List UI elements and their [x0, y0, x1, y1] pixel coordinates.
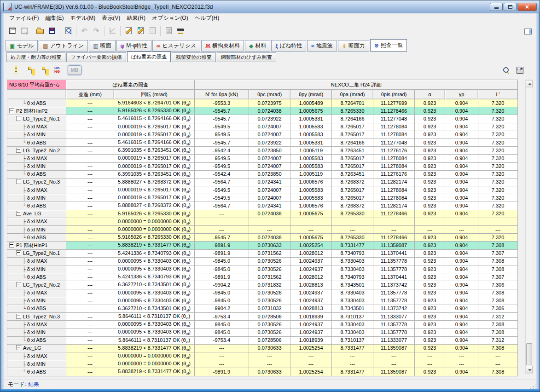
tab-material[interactable]: ◆材料 [245, 40, 270, 52]
print-preview-button[interactable] [62, 25, 74, 37]
add-model-button[interactable] [18, 25, 30, 37]
minimize-button[interactable] [490, 3, 503, 11]
tree-cell: ├δ xl MAX [7, 352, 66, 360]
spring-check-row[interactable]: ├δ xl MAX---0.0000000 = 0.0000000 OK (θx… [7, 218, 518, 225]
menu-option[interactable]: オプション(O) [149, 13, 192, 23]
list-view-button[interactable] [10, 64, 22, 76]
scroll-down-button[interactable] [526, 366, 533, 373]
menu-model[interactable]: モデル(M) [67, 13, 99, 23]
spring-check-row[interactable]: └θ xl ABS---5.8838219 < 8.7331477 OK (θx… [7, 368, 518, 376]
spring-check-row[interactable]: └θ xl ABS---5.9164603 < 8.7264701 OK (θx… [7, 99, 518, 107]
value-cell: 11.1277699 [373, 99, 415, 107]
expand-box-icon[interactable] [16, 116, 21, 121]
spring-check-row[interactable]: └θ xl ABS---5.8646111 < 8.7310137 OK (θx… [7, 336, 518, 344]
mb-toggle-button[interactable]: MB [68, 65, 81, 75]
tab-seismic-wave[interactable]: ≈地震波 [307, 40, 337, 52]
tab-section-force[interactable]: ⇓断面力 [338, 40, 369, 52]
menu-file[interactable]: ファイル(F) [6, 13, 42, 23]
scrollbar-thumb[interactable] [526, 343, 532, 365]
save-file-button[interactable] [46, 25, 58, 37]
edit-report-button[interactable] [134, 25, 146, 37]
scroll-up-button[interactable] [526, 80, 533, 87]
expand-box-icon[interactable] [16, 211, 21, 216]
spring-check-row[interactable]: └θ xl ABS---6.3991035 < 8.7263451 OK (θx… [7, 170, 518, 178]
vertical-scrollbar[interactable] [525, 80, 533, 374]
expand-box-icon[interactable] [9, 108, 14, 113]
close-button[interactable] [517, 3, 537, 11]
expand-tree-button[interactable] [37, 64, 49, 76]
spring-check-row[interactable]: ├δ xl MIN---0.0000000 = 0.0000000 OK (θx… [7, 226, 518, 234]
menu-edit[interactable]: 編集(E) [42, 13, 67, 23]
open-file-button[interactable] [34, 25, 46, 37]
edit-input-button[interactable] [122, 25, 134, 37]
spring-check-row[interactable]: ├δ xl MIN---0.0000095 < 8.7330403 OK (θx… [7, 329, 518, 336]
spring-check-row[interactable]: LG_Type2_No.1---5.4241336 < 8.7340793 OK… [7, 249, 518, 257]
spring-check-row[interactable]: ├δ xl MIN---0.0000000 = 0.0000000 OK (θx… [7, 360, 518, 368]
spring-check-row[interactable]: └θ xl ABS---5.4616015 < 8.7264166 OK (θx… [7, 138, 518, 146]
subtab-fiber-element-damage[interactable]: ファイバー要素の損傷 [66, 52, 126, 62]
tab-hysteresis[interactable]: ∞ヒステリシス [152, 40, 200, 52]
spring-check-row[interactable]: ├δ xl MAX---0.0000019 < 8.7265017 OK (θx… [7, 186, 518, 194]
subtab-spring-element-check[interactable]: ばね要素の照査 [127, 52, 171, 62]
ok-ng-filter-button[interactable]: OKNG [51, 64, 63, 76]
maximize-button[interactable] [504, 3, 517, 11]
spring-check-row[interactable]: ├δ xl MIN---0.0000019 < 8.7265017 OK (θx… [7, 194, 518, 202]
subtab-residual-displacement-check[interactable]: 残留変位の照査 [172, 52, 215, 62]
expand-box-icon[interactable] [16, 314, 21, 319]
undo-button[interactable]: ↶ [78, 25, 90, 37]
subtab-stress-capacity-check[interactable]: 応力度・耐力等の照査 [6, 52, 65, 62]
spring-check-row[interactable]: LG_Type2_No.2---6.3627210 < 8.7343501 OK… [7, 281, 518, 289]
spring-check-row[interactable]: └θ xl ABS---5.9165026 < 8.7265330 OK (θx… [7, 234, 518, 242]
load-function-button[interactable] [106, 25, 118, 37]
spring-check-row[interactable]: LG_Type2_No.3---5.8888027 < 8.7268372 OK… [7, 178, 518, 186]
value-cell: 0.0000095 < 8.7330403 OK (θxl) [114, 265, 195, 273]
expand-box-icon[interactable] [9, 242, 14, 248]
resize-grip[interactable] [529, 383, 535, 389]
collapse-tree-button[interactable] [23, 64, 35, 76]
spring-check-row[interactable]: ├δ xl MAX---0.0000095 < 8.7330403 OK (θx… [7, 321, 518, 329]
subtab-steel-strain-check[interactable]: 鋼製部材のひずみ照査 [217, 52, 276, 62]
expand-box-icon[interactable] [16, 250, 21, 255]
report-button[interactable] [146, 25, 158, 37]
tab-m-phi[interactable]: φM-φ特性 [116, 40, 151, 52]
menu-view[interactable]: 表示(V) [99, 13, 123, 23]
spring-check-row[interactable]: ├δ xl MAX---0.0000000 = 0.0000000 OK (θx… [7, 352, 518, 360]
expand-box-icon[interactable] [16, 345, 21, 350]
dock-panel-button[interactable] [522, 25, 534, 37]
expand-box-icon[interactable] [16, 179, 21, 184]
tab-spring-property[interactable]: ξばね特性 [271, 40, 306, 52]
menu-result[interactable]: 結果(R) [123, 13, 149, 23]
spring-check-row[interactable]: ├δ xl MAX---0.0000095 < 8.7330403 OK (θx… [7, 289, 518, 297]
export-report-button[interactable] [514, 64, 526, 76]
tab-model[interactable]: ▣モデル [6, 40, 38, 52]
run-analysis-button[interactable] [174, 25, 186, 37]
spring-check-row[interactable]: └θ xl ABS---5.4241336 < 8.7340793 OK (θx… [7, 273, 518, 281]
spring-check-row[interactable]: Ave_LG---5.9165026 < 8.7265330 OK (θxl)-… [7, 210, 518, 218]
tab-lateral-confinement[interactable]: Ж横拘束材料 [201, 40, 244, 52]
spring-check-row[interactable]: P1 部材HinP1---5.8838219 < 8.7331477 OK (θ… [7, 242, 518, 249]
zoom-button[interactable] [500, 64, 512, 76]
expand-box-icon[interactable] [16, 282, 21, 287]
spring-check-row[interactable]: ├δ xl MIN---0.0000019 < 8.7265017 OK (θx… [7, 162, 518, 170]
expand-box-icon[interactable] [16, 148, 21, 153]
spring-check-row[interactable]: ├δ xl MIN---0.0000019 < 8.7265017 OK (θx… [7, 131, 518, 138]
tab-section[interactable]: ▥断面 [89, 40, 115, 52]
new-model-button[interactable] [6, 25, 18, 37]
spring-check-row[interactable]: ├δ xl MIN---0.0000095 < 8.7330403 OK (θx… [7, 297, 518, 305]
spring-check-row[interactable]: P2 部材HinP2---5.9165026 < 8.7265330 OK (θ… [7, 107, 518, 115]
spring-check-row[interactable]: └θ xl ABS---6.3627210 < 8.7343501 OK (θx… [7, 305, 518, 312]
spring-check-row[interactable]: Ave_LG---5.8838219 < 8.7331477 OK (θxl)-… [7, 344, 518, 352]
calculator-button[interactable] [163, 25, 174, 37]
menu-help[interactable]: ヘルプ(H) [192, 13, 223, 23]
spring-check-row[interactable]: LG_Type2_No.3---5.8646111 < 8.7310137 OK… [7, 313, 518, 321]
tab-outline[interactable]: ▤アウトライン [39, 40, 88, 52]
spring-check-row[interactable]: └θ xl ABS---5.8888027 < 8.7268372 OK (θx… [7, 202, 518, 210]
spring-check-row[interactable]: LG_Type2_No.2---6.3991035 < 8.7263451 OK… [7, 147, 518, 155]
tab-check-list[interactable]: ⊕照査一覧 [370, 39, 407, 52]
redo-button[interactable]: ↷ [90, 25, 102, 37]
spring-check-row[interactable]: LG_Type2_No.1---5.4616015 < 8.7264166 OK… [7, 115, 518, 123]
spring-check-row[interactable]: ├δ xl MAX---0.0000095 < 8.7330403 OK (θx… [7, 257, 518, 265]
spring-check-row[interactable]: ├δ xl MAX---0.0000019 < 8.7265017 OK (θx… [7, 123, 518, 131]
spring-check-row[interactable]: ├δ xl MIN---0.0000095 < 8.7330403 OK (θx… [7, 265, 518, 273]
spring-check-row[interactable]: ├δ xl MAX---0.0000019 < 8.7265017 OK (θx… [7, 155, 518, 162]
